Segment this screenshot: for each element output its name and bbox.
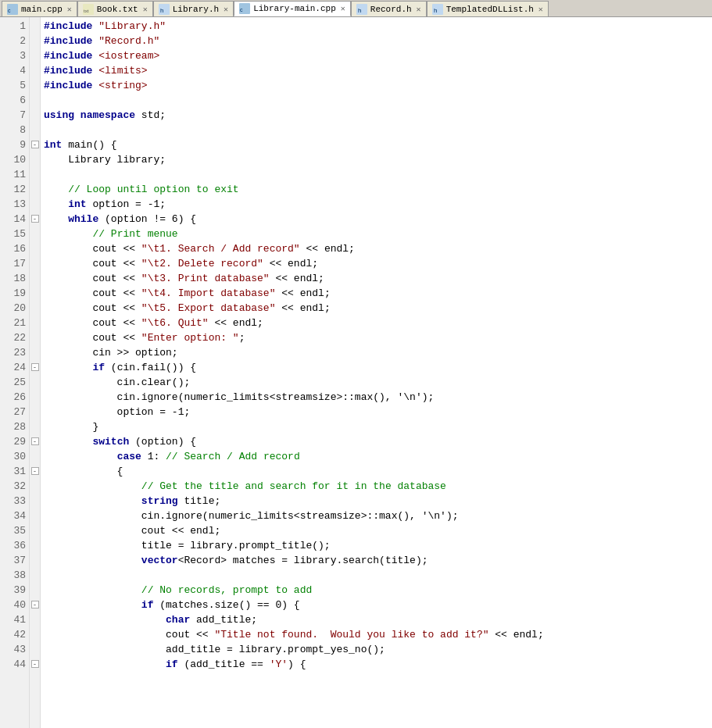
code-line-6 <box>44 93 709 108</box>
code-line-16: cout << "\t1. Search / Add record" << en… <box>44 241 709 256</box>
svg-text:h: h <box>358 7 361 14</box>
code-line-18: cout << "\t3. Print database" << endl; <box>44 271 709 286</box>
tab-label-library-h: Library.h <box>173 5 219 14</box>
code-line-17: cout << "\t2. Delete record" << endl; <box>44 256 709 271</box>
svg-text:h: h <box>434 7 437 14</box>
code-line-40: if (matches.size() == 0) { <box>44 598 709 612</box>
code-line-5: #include <string> <box>44 78 709 93</box>
tab-close-main-cpp[interactable]: ✕ <box>67 5 72 14</box>
tab-main-cpp[interactable]: c main.cpp ✕ <box>2 1 77 16</box>
code-line-15: // Print menue <box>44 227 709 241</box>
code-line-11 <box>44 167 709 182</box>
code-line-7: using namespace std; <box>44 108 709 123</box>
code-line-2: #include "Record.h" <box>44 34 709 48</box>
tab-templated-dll[interactable]: h TemplatedDLList.h ✕ <box>427 1 549 16</box>
fold-29[interactable]: - <box>31 437 39 445</box>
code-line-33: string title; <box>44 494 709 509</box>
svg-text:c: c <box>240 7 243 12</box>
code-line-25: cin.clear(); <box>44 375 709 390</box>
code-line-41: char add_title; <box>44 612 709 627</box>
code-line-8 <box>44 123 709 137</box>
tab-close-templated-dll[interactable]: ✕ <box>538 5 543 14</box>
code-line-39: // No records, prompt to add <box>44 583 709 598</box>
tab-library-main-cpp[interactable]: c Library-main.cpp ✕ <box>234 1 351 16</box>
code-line-31: { <box>44 464 709 479</box>
code-line-20: cout << "\t5. Export database" << endl; <box>44 301 709 316</box>
code-line-13: int option = -1; <box>44 197 709 212</box>
tab-library-h[interactable]: h Library.h ✕ <box>153 1 234 16</box>
code-line-43: add_title = library.prompt_yes_no(); <box>44 642 709 657</box>
fold-40[interactable]: - <box>31 601 39 608</box>
cpp-icon: c <box>7 4 18 15</box>
code-line-29: switch (option) { <box>44 434 709 449</box>
code-line-24: if (cin.fail()) { <box>44 360 709 375</box>
tab-label-library-main-cpp: Library-main.cpp <box>253 4 336 13</box>
code-line-19: cout << "\t4. Import database" << endl; <box>44 286 709 301</box>
tab-label-record-h: Record.h <box>370 5 412 14</box>
h-icon-record: h <box>356 4 367 15</box>
code-line-12: // Loop until option to exit <box>44 182 709 197</box>
code-line-21: cout << "\t6. Quit" << endl; <box>44 316 709 330</box>
code-line-28: } <box>44 419 709 434</box>
code-line-27: option = -1; <box>44 405 709 419</box>
fold-44[interactable]: - <box>31 660 39 668</box>
cpp-icon-active: c <box>239 3 250 14</box>
fold-9[interactable]: - <box>31 141 39 148</box>
tab-bar: c main.cpp ✕ txt Book.txt ✕ h Library.h … <box>0 0 712 17</box>
fold-14[interactable]: - <box>31 215 39 223</box>
fold-column: - - - - - - - <box>30 17 41 728</box>
code-line-42: cout << "Title not found. Would you like… <box>44 627 709 642</box>
h-icon-templated: h <box>432 4 443 15</box>
code-line-38 <box>44 568 709 583</box>
code-line-23: cin >> option; <box>44 345 709 360</box>
code-content[interactable]: #include "Library.h" #include "Record.h"… <box>41 17 712 728</box>
editor-area: 1 2 3 4 5 6 7 8 9 10 11 12 13 14 15 16 1… <box>0 17 712 728</box>
code-line-44: if (add_title == 'Y') { <box>44 657 709 672</box>
tab-book-txt[interactable]: txt Book.txt ✕ <box>77 1 153 16</box>
tab-close-book-txt[interactable]: ✕ <box>143 5 148 14</box>
txt-icon: txt <box>83 4 94 15</box>
code-line-34: cin.ignore(numeric_limits<streamsize>::m… <box>44 509 709 523</box>
code-line-9: int main() { <box>44 137 709 152</box>
code-line-1: #include "Library.h" <box>44 19 709 34</box>
tab-record-h[interactable]: h Record.h ✕ <box>351 1 427 16</box>
tab-close-library-h[interactable]: ✕ <box>224 5 228 14</box>
tab-label-main-cpp: main.cpp <box>21 5 63 14</box>
svg-text:h: h <box>160 7 163 14</box>
code-line-10: Library library; <box>44 152 709 167</box>
svg-text:txt: txt <box>84 9 89 13</box>
tab-close-record-h[interactable]: ✕ <box>417 5 421 14</box>
tab-label-book-txt: Book.txt <box>97 5 138 14</box>
fold-31[interactable]: - <box>31 467 39 475</box>
svg-text:c: c <box>8 8 11 13</box>
code-line-26: cin.ignore(numeric_limits<streamsize>::m… <box>44 390 709 405</box>
code-line-14: while (option != 6) { <box>44 212 709 227</box>
code-line-4: #include <limits> <box>44 63 709 78</box>
code-line-36: title = library.prompt_title(); <box>44 538 709 553</box>
code-line-32: // Get the title and search for it in th… <box>44 479 709 494</box>
fold-24[interactable]: - <box>31 363 39 371</box>
tab-close-library-main-cpp[interactable]: ✕ <box>341 4 345 13</box>
h-icon-library: h <box>159 4 170 15</box>
code-line-35: cout << endl; <box>44 523 709 538</box>
tab-label-templated-dll: TemplatedDLList.h <box>446 5 534 14</box>
code-line-30: case 1: // Search / Add record <box>44 449 709 464</box>
code-line-3: #include <iostream> <box>44 48 709 63</box>
code-line-37: vector<Record> matches = library.search(… <box>44 553 709 568</box>
line-numbers: 1 2 3 4 5 6 7 8 9 10 11 12 13 14 15 16 1… <box>0 17 30 728</box>
code-line-22: cout << "Enter option: "; <box>44 330 709 345</box>
